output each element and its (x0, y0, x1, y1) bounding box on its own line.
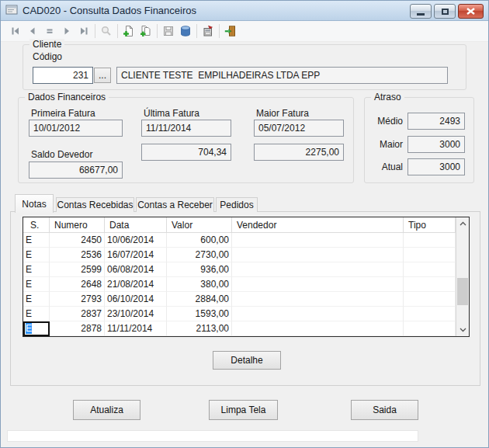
table-row[interactable]: E287811/11/20142113,00 (23, 321, 456, 336)
table-cell[interactable]: E (23, 292, 50, 307)
table-cell[interactable]: 2878 (50, 321, 105, 336)
atualiza-button[interactable]: Atualiza (73, 400, 140, 420)
codigo-input[interactable] (33, 67, 93, 84)
table-cell[interactable] (404, 248, 456, 262)
tab-pedidos[interactable]: Pedidos (216, 197, 258, 212)
ultima-fatura-valor-field[interactable] (141, 144, 231, 161)
table-row[interactable]: E279306/10/20142884,00 (23, 292, 456, 307)
next-record-icon[interactable] (58, 23, 75, 40)
table-row[interactable]: E283723/10/20141593,00 (23, 307, 456, 321)
first-record-icon[interactable] (7, 23, 24, 40)
table-cell[interactable]: 2599 (50, 262, 105, 277)
ultima-fatura-label: Última Fatura (144, 108, 199, 119)
limpa-tela-button[interactable]: Limpa Tela (209, 400, 278, 420)
table-cell[interactable] (232, 321, 404, 336)
table-row[interactable]: E245010/06/2014600,00 (23, 233, 456, 248)
tab-contas-recebidas[interactable]: Contas Recebidas (56, 197, 134, 212)
table-cell[interactable] (404, 233, 456, 248)
grid-vertical-scrollbar[interactable] (456, 217, 469, 336)
scroll-up-button[interactable] (456, 217, 469, 230)
table-cell[interactable]: 2450 (50, 233, 105, 248)
table-cell[interactable] (232, 292, 404, 307)
table-cell[interactable]: 1593,00 (167, 307, 232, 321)
table-row[interactable]: E264821/08/2014380,00 (23, 277, 456, 292)
column-header[interactable]: Numero (50, 217, 105, 233)
tab-notas[interactable]: Notas (15, 194, 54, 213)
table-row[interactable]: E253616/07/20142730,00 (23, 248, 456, 262)
table-cell[interactable] (404, 262, 456, 277)
maior-fatura-field[interactable] (254, 120, 344, 137)
table-cell[interactable]: 2113,00 (167, 321, 232, 336)
column-header[interactable]: Valor (167, 217, 232, 233)
toolbar-separator (196, 24, 197, 38)
search-icon[interactable] (98, 23, 115, 40)
table-cell[interactable]: 380,00 (167, 277, 232, 292)
table-cell[interactable]: E (23, 321, 50, 336)
detalhe-button[interactable]: Detalhe (213, 351, 281, 370)
maximize-button[interactable] (434, 4, 456, 19)
table-cell[interactable]: E (23, 277, 50, 292)
table-cell[interactable]: 600,00 (167, 233, 232, 248)
table-cell[interactable] (232, 307, 404, 321)
report-icon[interactable] (199, 23, 217, 40)
save-icon[interactable] (160, 23, 177, 40)
table-cell[interactable]: 2884,00 (167, 292, 232, 307)
table-row[interactable]: E259906/08/2014936,00 (23, 262, 456, 277)
table-cell[interactable] (404, 321, 456, 336)
table-cell[interactable]: 2730,00 (167, 248, 232, 262)
prior-record-icon[interactable] (24, 23, 41, 40)
table-cell[interactable]: 2536 (50, 248, 105, 262)
column-header[interactable]: Vendedor (232, 217, 404, 233)
atraso-maior-field[interactable] (408, 136, 465, 153)
table-cell[interactable]: E (23, 262, 50, 277)
last-record-icon[interactable] (75, 23, 92, 40)
table-cell[interactable] (404, 277, 456, 292)
saldo-devedor-label: Saldo Devedor (31, 149, 92, 160)
table-cell[interactable]: 2793 (50, 292, 105, 307)
table-cell[interactable] (232, 233, 404, 248)
table-cell[interactable]: 23/10/2014 (105, 307, 167, 321)
scroll-down-button[interactable] (456, 324, 469, 336)
table-cell[interactable]: E (23, 307, 50, 321)
table-cell[interactable] (404, 292, 456, 307)
table-cell[interactable]: 11/11/2014 (105, 321, 167, 336)
table-cell[interactable]: 21/08/2014 (105, 277, 167, 292)
table-cell[interactable] (232, 277, 404, 292)
chevron-down-icon (460, 328, 466, 332)
new-document-icon[interactable] (120, 23, 137, 40)
column-header[interactable]: Tipo (404, 217, 456, 233)
table-cell[interactable] (404, 307, 456, 321)
record-list-icon[interactable] (41, 23, 58, 40)
browse-button[interactable]: ... (94, 68, 111, 83)
table-cell[interactable]: 2648 (50, 277, 105, 292)
maior-fatura-valor-field[interactable] (254, 144, 344, 161)
table-cell[interactable] (232, 262, 404, 277)
database-icon[interactable] (177, 23, 194, 40)
saida-button[interactable]: Saida (351, 400, 418, 420)
table-cell[interactable]: E (23, 248, 50, 262)
table-cell[interactable] (232, 248, 404, 262)
atraso-atual-field[interactable] (408, 158, 465, 175)
primeira-fatura-field[interactable] (29, 120, 123, 137)
primeira-fatura-label: Primeira Fatura (31, 108, 95, 119)
table-cell[interactable]: 2837 (50, 307, 105, 321)
table-cell[interactable]: E (23, 233, 50, 248)
scrollbar-thumb[interactable] (457, 278, 468, 305)
minimize-button[interactable] (410, 4, 432, 19)
table-cell[interactable]: 06/08/2014 (105, 262, 167, 277)
saldo-devedor-field[interactable] (29, 161, 123, 179)
copy-document-icon[interactable] (137, 23, 154, 40)
table-cell[interactable]: 10/06/2014 (105, 233, 167, 248)
table-cell[interactable]: 06/10/2014 (105, 292, 167, 307)
toolbar (1, 21, 488, 42)
column-header[interactable]: Data (105, 217, 167, 233)
close-button[interactable] (458, 4, 484, 19)
table-cell[interactable]: 16/07/2014 (105, 248, 167, 262)
atraso-medio-field[interactable] (408, 113, 465, 130)
column-header[interactable]: S. (23, 217, 50, 233)
cliente-nome-field[interactable] (116, 67, 448, 84)
table-cell[interactable]: 936,00 (167, 262, 232, 277)
exit-icon[interactable] (222, 23, 239, 40)
tab-contas-a-receber[interactable]: Contas a Receber (136, 197, 214, 212)
ultima-fatura-field[interactable] (141, 120, 231, 137)
